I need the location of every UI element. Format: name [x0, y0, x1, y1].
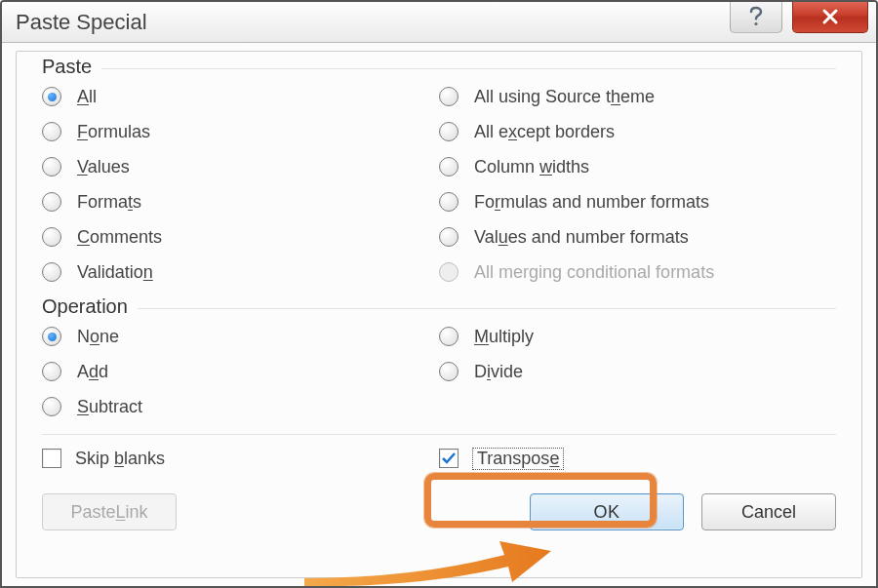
close-icon — [819, 7, 841, 26]
radio-icon — [42, 192, 61, 212]
radio-icon — [42, 157, 61, 176]
paste-radio[interactable]: All using Source theme — [439, 79, 836, 114]
radio-icon — [439, 87, 459, 106]
close-button[interactable] — [792, 0, 868, 33]
help-button[interactable] — [730, 0, 782, 33]
radio-icon — [439, 192, 459, 212]
operation-radio[interactable]: Add — [42, 354, 439, 389]
paste-radio[interactable]: All except borders — [439, 114, 836, 149]
radio-label: Formulas and number formats — [474, 192, 709, 213]
window-title: Paste Special — [16, 10, 147, 35]
radio-label: Multiply — [474, 327, 534, 347]
radio-icon — [42, 87, 61, 106]
transpose-label: Transpose — [472, 448, 564, 470]
paste-radio[interactable]: All — [42, 79, 439, 114]
paste-group-label: Paste — [42, 56, 101, 78]
radio-label: All using Source theme — [474, 87, 655, 107]
radio-icon — [439, 327, 459, 346]
titlebar-buttons — [730, 0, 876, 33]
radio-icon — [439, 262, 459, 282]
radio-label: All — [77, 87, 97, 107]
paste-radio[interactable]: Values — [42, 149, 439, 184]
radio-label: All merging conditional formats — [474, 262, 714, 283]
annotation-highlight — [424, 473, 657, 528]
radio-icon — [439, 227, 459, 247]
paste-radio[interactable]: Validation — [42, 255, 439, 290]
paste-link-button: Paste Link — [42, 493, 177, 530]
radio-label: Values and number formats — [474, 227, 689, 248]
radio-label: Comments — [77, 227, 162, 248]
radio-icon — [42, 327, 61, 346]
checkbox-icon — [439, 449, 459, 468]
radio-icon — [42, 122, 61, 141]
radio-label: Values — [77, 157, 130, 177]
paste-group: Paste AllFormulasValuesFormatsCommentsVa… — [42, 58, 836, 290]
radio-icon — [42, 397, 61, 416]
paste-radio[interactable]: Values and number formats — [439, 219, 836, 255]
paste-radio[interactable]: Column widths — [439, 149, 836, 184]
operation-radio[interactable]: Subtract — [42, 389, 439, 424]
cancel-button[interactable]: Cancel — [701, 493, 836, 530]
radio-label: All except borders — [474, 122, 615, 142]
operation-group-label: Operation — [42, 295, 138, 318]
paste-radio[interactable]: Formats — [42, 184, 439, 219]
help-icon — [747, 6, 765, 27]
radio-icon — [42, 227, 61, 247]
radio-icon — [439, 362, 459, 381]
operation-radio[interactable]: None — [42, 319, 439, 354]
radio-label: Subtract — [77, 397, 142, 417]
operation-radio[interactable]: Multiply — [439, 319, 836, 354]
dialog-window: Paste Special Paste AllFormulasValuesFor… — [0, 0, 878, 588]
radio-label: Formats — [77, 192, 141, 213]
skip-blanks-label: Skip blanks — [75, 449, 165, 469]
radio-label: Formulas — [77, 122, 150, 142]
transpose-checkbox[interactable]: Transpose — [439, 441, 836, 476]
skip-blanks-checkbox[interactable]: Skip blanks — [42, 441, 439, 476]
radio-label: Validation — [77, 262, 153, 283]
titlebar: Paste Special — [2, 2, 876, 43]
annotation-arrow — [299, 531, 553, 588]
radio-icon — [439, 157, 459, 176]
options-row: Skip blanks Transpose — [42, 441, 836, 476]
dialog-content: Paste AllFormulasValuesFormatsCommentsVa… — [16, 51, 862, 578]
radio-label: Add — [77, 362, 108, 382]
operation-radio[interactable]: Divide — [439, 354, 836, 389]
radio-label: Column widths — [474, 157, 589, 177]
radio-icon — [439, 122, 459, 141]
svg-point-0 — [754, 21, 757, 24]
paste-radio[interactable]: Formulas and number formats — [439, 184, 836, 219]
checkbox-icon — [42, 449, 61, 468]
radio-label: None — [77, 327, 119, 347]
paste-radio[interactable]: Formulas — [42, 114, 439, 149]
radio-icon — [42, 362, 61, 381]
operation-group: Operation NoneAddSubtract MultiplyDivide — [42, 297, 836, 424]
paste-radio: All merging conditional formats — [439, 255, 836, 290]
paste-radio[interactable]: Comments — [42, 219, 439, 255]
radio-icon — [42, 262, 61, 282]
radio-label: Divide — [474, 362, 523, 382]
